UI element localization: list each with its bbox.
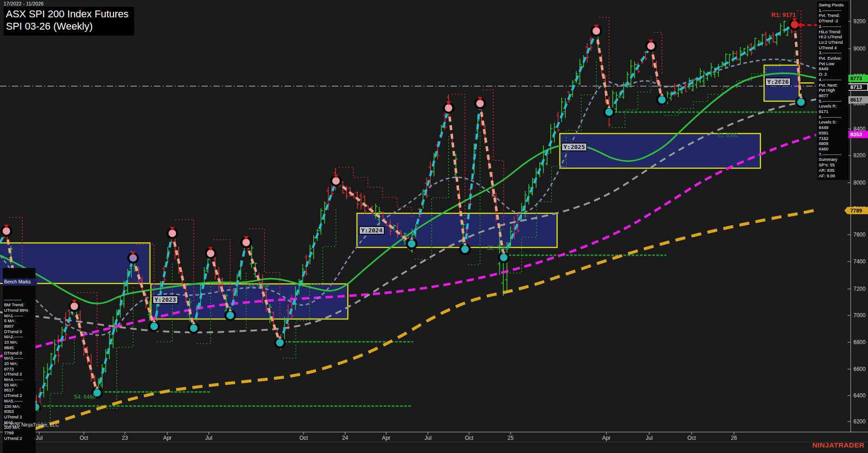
bench-panel-line: MA3.------ [4,355,36,361]
swing-panel-line: 4.------------- [819,77,848,82]
support-level-label: S1: 8391 [717,132,739,139]
swing-panel-line: Levels S: [819,119,848,125]
swing-panel-line: 1.------------- [819,8,848,13]
swing-panel-line: HiLo Trend: [819,29,848,35]
bench-panel-line: MA5.------ [4,398,36,404]
time-axis-label: Apr [163,435,172,441]
pivot-low-marker[interactable] [796,98,806,107]
resistance-level-label: R1: 9171 [771,11,796,18]
swing-panel-line: 8391 [819,130,848,136]
year-label-chip[interactable]: Y:2025 [561,143,587,151]
bench-panel-line: 5 MA: [4,318,36,324]
pivot-low-marker[interactable] [407,239,417,249]
swing-panel-line: Levels R: [819,103,848,109]
swing-panel-line: 9171 [819,109,848,114]
year-box-2024 [357,213,557,247]
price-axis-label: 6600 [853,366,866,372]
swing-panel-line: Pvt. Evolve: [819,56,848,61]
chart-window: 17/2022 - 11/2026 ASX SPI 200 Index Futu… [0,0,868,453]
bench-panel-line: 7789 [4,430,36,436]
bench-panel-line: DTrend 0 [4,329,36,335]
copyright-text: © 2026 NinjaTrader, LLC [4,422,59,427]
price-tag-7789[interactable]: 7789 [844,207,868,214]
bench-panel-line: UTrend 2 [4,393,36,398]
swing-panel-line: Summary [819,157,848,162]
price-axis-label: 7200 [853,286,866,292]
bench-panel-line: ------------ [4,297,36,303]
time-axis-label: Oct [80,435,88,441]
pivot-low-marker[interactable] [499,253,509,263]
bench-panel-line: DTrend 0 [4,350,36,356]
time-axis-label: Oct [465,435,474,441]
pivot-low-marker[interactable] [460,245,470,254]
swing-pivots-panel: Swing Pivots1.-------------Pvt. Trend:DT… [817,1,848,180]
pivot-low-marker[interactable] [189,324,199,333]
instrument-name: ASX SPI 200 Index Futures [6,8,129,21]
bench-panel-line: BM Trend: [4,302,36,308]
pivot-low-marker[interactable] [226,311,235,320]
pivot-low-marker[interactable] [657,95,667,105]
swing-panel-line: 7.------------- [819,152,848,157]
swing-panel-line: Pvt High [819,88,848,93]
price-axis-label: 9000 [853,46,866,52]
swing-panel-line: Swing Pivots [819,2,848,8]
bench-panel-line: 8845 [4,345,36,350]
swing-panel-line: 6809 [819,141,848,146]
time-axis-label: Jul [36,435,42,441]
pivot-low-marker[interactable] [275,338,285,348]
pivot-low-marker[interactable] [150,322,159,331]
swing-panel-line: 7162 [819,136,848,141]
bench-panel-line: 20 MA: [4,361,36,366]
swing-panel-line: AR: 835 [819,168,848,173]
support-level-label: S2: 7162 [487,245,509,251]
time-axis-label: 25 [507,435,513,441]
price-axis-label: 6800 [853,339,866,345]
swing-panel-line: DTrend -2 [819,18,848,24]
price-axis-label: 9200 [853,18,866,25]
swing-panel-line: Lo:2 UTrend [819,40,848,45]
swing-panel-line: 3.------------- [819,50,848,56]
swing-panel-line: 6.------------- [819,114,848,120]
bench-panel-line: UTrend 88% [4,308,36,313]
pivot-low-marker[interactable] [604,108,614,117]
ninjatrader-logo: NINJATRADER [812,441,864,449]
bench-marks-title: Bench Marks [3,278,37,286]
time-axis-label: Apr [382,435,391,441]
support-level-label: S3: 6809 [248,282,269,288]
bench-panel-line: 100 MA: [4,404,36,409]
year-label-chip[interactable]: Y:2026 [765,77,791,86]
price-axis-label: 8200 [853,152,866,159]
chart-title: ASX SPI 200 Index Futures SPI 03-26 (Wee… [4,7,134,36]
time-axis-label: Oct [687,435,696,441]
countdown-label: 0 [780,80,783,86]
swing-panel-line: UTrend 4 [819,45,848,51]
bench-panel-line: MA4.------ [4,377,36,382]
year-label-chip[interactable]: Y:2023 [152,295,178,304]
price-axis-label: 7400 [853,258,866,265]
bench-panel-line: UTrend 2 [4,436,36,441]
swing-panel-line: 5.------------- [819,98,848,104]
time-axis-label: 24 [342,435,348,441]
bench-panel-line: 8907 [4,324,36,329]
swing-panel-line: 8877 [819,93,848,98]
contract-name: SPI 03-26 (Weekly) [6,21,129,33]
swing-panel-line: Pvt. Next: [819,82,848,88]
time-axis-label: 26 [731,435,737,441]
swing-panel-line: AF: 9.00 [819,173,848,179]
bench-panel-line: 10 MA: [4,340,36,345]
year-box-2025 [560,134,760,168]
swing-panel-line: Hi:2 UTrend [819,34,848,40]
price-axis-label: 6200 [853,418,866,425]
year-label-chip[interactable]: Y:2024 [359,226,385,235]
swing-panel-line: 8449 [819,125,848,130]
bench-panel-line: UTrend 2 [4,371,36,377]
time-axis-label: Jul [205,435,212,441]
swing-panel-line: 8449 [819,66,848,72]
date-range: 17/2022 - 11/2026 [4,1,44,6]
bench-panel-line: 8617 [4,387,36,393]
price-chart-canvas[interactable] [0,0,868,453]
bench-panel-line: 8773 [4,366,36,372]
bench-panel-line: 8353 [4,409,36,414]
price-tag-value: 7789 [845,208,868,214]
bench-panel-line: UTrend 2 [4,414,36,420]
